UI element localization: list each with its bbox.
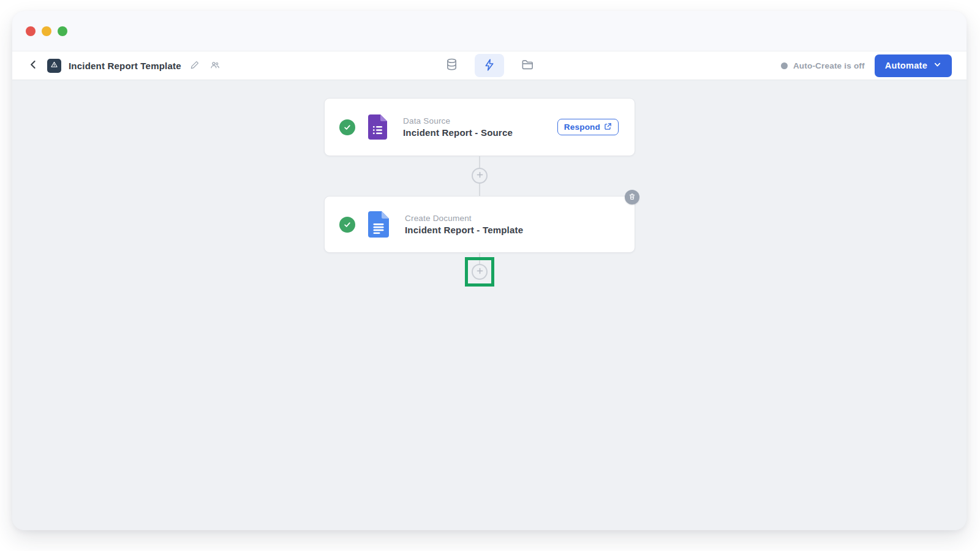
workflow-node-data-source[interactable]: Data Source Incident Report - Source Res… [324, 98, 635, 156]
header-right: Auto-Create is off Automate [781, 54, 952, 77]
warning-triangle-icon [50, 60, 58, 71]
google-forms-icon [368, 114, 387, 140]
node-title: Incident Report - Source [403, 127, 513, 138]
trash-icon [628, 193, 636, 202]
auto-create-status: Auto-Create is off [781, 61, 865, 70]
chevron-left-icon [28, 59, 39, 72]
node-text: Data Source Incident Report - Source [403, 116, 513, 138]
automate-button[interactable]: Automate [875, 54, 952, 77]
app-window: Incident Report Template [12, 11, 967, 530]
page-title: Incident Report Template [69, 61, 181, 71]
app-header: Incident Report Template [12, 51, 967, 80]
delete-node-button[interactable] [625, 190, 639, 204]
external-link-icon [604, 122, 612, 132]
view-switcher [437, 54, 542, 77]
node-title: Incident Report - Template [405, 225, 523, 235]
database-icon [445, 58, 459, 73]
workflow-app-icon [47, 59, 61, 73]
header-left: Incident Report Template [27, 58, 222, 73]
folder-icon [521, 58, 535, 73]
node-type-label: Data Source [403, 116, 513, 126]
pencil-icon [190, 60, 200, 72]
back-button[interactable] [27, 58, 40, 73]
share-button[interactable] [208, 58, 222, 73]
people-icon [209, 59, 221, 72]
google-docs-icon [368, 211, 389, 238]
workflow-node-create-document[interactable]: Create Document Incident Report - Templa… [324, 196, 635, 253]
add-step-between-button[interactable] [472, 168, 488, 184]
status-complete-icon [339, 119, 355, 135]
lightning-icon [483, 58, 496, 73]
status-complete-icon [339, 217, 355, 233]
window-titlebar [12, 11, 967, 51]
tab-workflow[interactable] [475, 54, 504, 77]
rename-button[interactable] [189, 59, 201, 73]
plus-icon [476, 171, 484, 181]
minimize-window-button[interactable] [42, 26, 51, 36]
tab-data-source[interactable] [437, 54, 466, 77]
automate-button-label: Automate [885, 61, 927, 70]
respond-button[interactable]: Respond [557, 119, 619, 135]
tab-outputs[interactable] [513, 54, 542, 77]
workflow-canvas: Data Source Incident Report - Source Res… [12, 80, 967, 530]
node-type-label: Create Document [405, 214, 523, 223]
traffic-lights [26, 26, 67, 36]
zoom-window-button[interactable] [58, 26, 67, 36]
close-window-button[interactable] [26, 26, 36, 36]
auto-create-label: Auto-Create is off [793, 61, 865, 70]
node-text: Create Document Incident Report - Templa… [405, 214, 523, 235]
respond-button-label: Respond [564, 122, 600, 132]
status-dot-icon [781, 62, 788, 69]
chevron-down-icon [933, 61, 941, 70]
plus-icon [476, 267, 484, 277]
add-step-button[interactable] [472, 264, 488, 280]
